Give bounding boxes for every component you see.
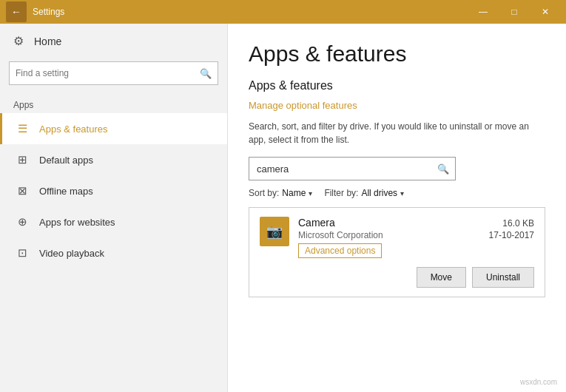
app-search-input[interactable]	[249, 163, 431, 175]
app-name: Camera	[298, 217, 335, 229]
sort-filter-row: Sort by: Name ▾ Filter by: All drives ▾	[249, 188, 545, 198]
minimize-button[interactable]: —	[468, 1, 498, 22]
titlebar-controls: — □ ✕	[468, 1, 560, 22]
app-card: 📷 Camera 16.0 KB Microsoft Corporation 1…	[249, 207, 545, 297]
watermark: wsxdn.com	[520, 378, 557, 386]
app-publisher-row: Microsoft Corporation 17-10-2017	[298, 230, 534, 240]
sidebar: ⚙ Home 🔍 Apps ☰ Apps & features ⊞ Defaul…	[0, 24, 228, 392]
apps-websites-icon: ⊕	[16, 215, 29, 229]
sidebar-item-apps-features[interactable]: ☰ Apps & features	[0, 113, 227, 144]
description-text: Search, sort, and filter by drive. If yo…	[249, 120, 545, 146]
sidebar-section-label: Apps	[0, 94, 227, 113]
offline-maps-icon: ⊠	[16, 184, 29, 197]
filter-value: All drives	[361, 188, 397, 198]
uninstall-button[interactable]: Uninstall	[472, 267, 534, 288]
app-size: 16.0 KB	[502, 218, 534, 229]
sidebar-item-video-playback[interactable]: ⊡ Video playback	[0, 237, 227, 268]
sidebar-item-label-apps-websites: Apps for websites	[39, 217, 115, 228]
sort-chevron-icon: ▾	[309, 189, 312, 197]
sidebar-home[interactable]: ⚙ Home	[0, 24, 227, 58]
home-icon: ⚙	[13, 34, 24, 48]
app-card-header: 📷 Camera 16.0 KB Microsoft Corporation 1…	[260, 217, 534, 258]
back-button[interactable]: ←	[6, 1, 27, 22]
video-playback-icon: ⊡	[16, 246, 29, 260]
sidebar-search-icon[interactable]: 🔍	[194, 68, 218, 79]
maximize-button[interactable]: □	[499, 1, 529, 22]
app-search-row: 🔍	[249, 157, 545, 180]
content-area: Apps & features Apps & features Manage o…	[228, 24, 566, 392]
sidebar-item-label-video-playback: Video playback	[39, 248, 104, 259]
sidebar-item-label-apps-features: Apps & features	[39, 124, 108, 135]
sidebar-item-default-apps[interactable]: ⊞ Default apps	[0, 144, 227, 175]
sort-by-item[interactable]: Sort by: Name ▾	[249, 188, 312, 198]
sidebar-item-label-offline-maps: Offline maps	[39, 186, 93, 197]
section-title: Apps & features	[249, 79, 545, 92]
titlebar: ← Settings — □ ✕	[0, 0, 566, 24]
main-layout: ⚙ Home 🔍 Apps ☰ Apps & features ⊞ Defaul…	[0, 24, 566, 392]
sidebar-item-label-default-apps: Default apps	[39, 155, 93, 166]
sort-value: Name	[282, 188, 306, 198]
sidebar-item-offline-maps[interactable]: ⊠ Offline maps	[0, 175, 227, 206]
home-label: Home	[34, 36, 61, 47]
default-apps-icon: ⊞	[16, 153, 29, 166]
close-button[interactable]: ✕	[530, 1, 560, 22]
sidebar-search-input[interactable]	[10, 68, 194, 78]
app-info: Camera 16.0 KB Microsoft Corporation 17-…	[298, 217, 534, 258]
app-icon: 📷	[260, 217, 289, 246]
advanced-options-link[interactable]: Advanced options	[298, 243, 382, 258]
filter-chevron-icon: ▾	[400, 189, 404, 197]
sidebar-search-box[interactable]: 🔍	[9, 61, 218, 85]
app-search-box[interactable]: 🔍	[249, 157, 456, 180]
filter-by-item[interactable]: Filter by: All drives ▾	[324, 188, 404, 198]
manage-optional-features-link[interactable]: Manage optional features	[249, 100, 357, 111]
app-card-footer: Move Uninstall	[260, 267, 534, 288]
app-date: 17-10-2017	[489, 230, 534, 240]
app-publisher: Microsoft Corporation	[298, 230, 383, 240]
app-search-icon: 🔍	[431, 163, 455, 175]
titlebar-left: ← Settings	[0, 1, 64, 22]
page-main-title: Apps & features	[249, 41, 545, 66]
camera-icon: 📷	[266, 223, 283, 240]
move-button[interactable]: Move	[417, 267, 466, 288]
filter-label: Filter by:	[324, 188, 358, 198]
sidebar-item-apps-websites[interactable]: ⊕ Apps for websites	[0, 206, 227, 237]
apps-features-icon: ☰	[16, 122, 29, 135]
titlebar-title: Settings	[33, 7, 64, 17]
app-name-row: Camera 16.0 KB	[298, 217, 534, 229]
sort-label: Sort by:	[249, 188, 279, 198]
